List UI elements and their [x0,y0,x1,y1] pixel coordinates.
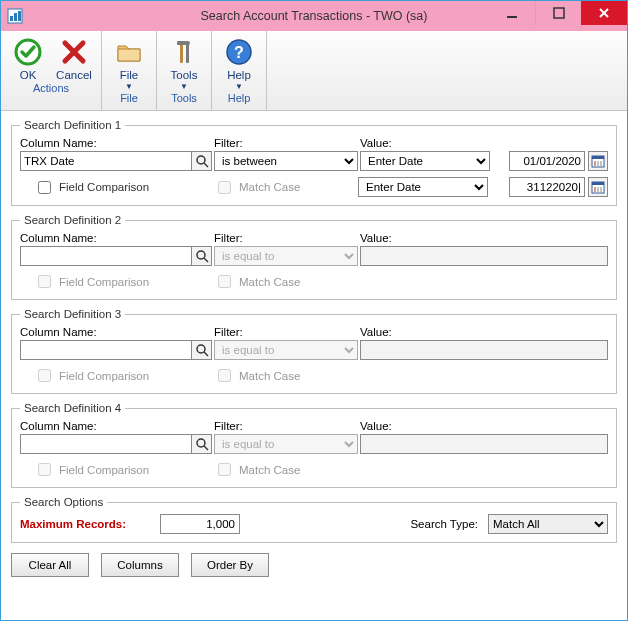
window-maximize-button[interactable] [535,1,581,25]
column-name-label: Column Name: [20,137,212,149]
window-close-button[interactable] [581,1,627,25]
match-case-checkbox: Match Case [214,272,356,291]
column-name-input[interactable] [20,151,192,171]
lookup-button[interactable] [192,151,212,171]
filter-select: is equal to [214,340,358,360]
ok-button[interactable]: OK [5,33,51,81]
column-name-label: Column Name: [20,232,212,244]
column-name-label: Column Name: [20,326,212,338]
match-case-checkbox: Match Case [214,460,356,479]
help-menu-button[interactable]: ? Help ▼ [216,33,262,91]
value-from-select[interactable]: Enter Date [360,151,490,171]
columns-button[interactable]: Columns [101,553,179,577]
client-area: Search Definition 1 Column Name: Filter:… [1,111,627,587]
match-case-checkbox: Match Case [214,178,356,197]
fieldset-legend: Search Definition 2 [20,214,125,226]
field-comparison-checkbox: Field Comparison [34,272,212,291]
titlebar: Search Account Transactions - TWO (sa) [1,1,627,31]
lookup-button[interactable] [192,246,212,266]
svg-line-33 [204,446,208,450]
column-name-label: Column Name: [20,420,212,432]
filter-select[interactable]: is between [214,151,358,171]
fieldset-legend: Search Definition 1 [20,119,125,131]
filter-label: Filter: [214,326,358,338]
ok-icon [12,36,44,68]
match-case-checkbox: Match Case [214,366,356,385]
ribbon-group-tools: Tools [171,91,197,107]
svg-rect-12 [177,41,186,45]
calendar-button[interactable] [588,151,608,171]
calendar-button[interactable] [588,177,608,197]
svg-rect-3 [18,11,21,21]
value-input [360,246,608,266]
value-input [360,340,608,360]
svg-text:?: ? [234,44,244,61]
help-icon: ? [223,36,255,68]
svg-rect-1 [10,16,13,21]
cancel-icon [58,36,90,68]
ribbon-group-help: Help [228,91,251,107]
svg-point-16 [197,156,205,164]
folder-icon [113,36,145,68]
svg-point-28 [197,251,205,259]
column-name-input[interactable] [20,434,192,454]
search-definition-4: Search Definition 4 Column Name: Filter:… [11,402,617,488]
ribbon-group-file: File [120,91,138,107]
tools-menu-button[interactable]: Tools ▼ [161,33,207,91]
svg-rect-19 [592,156,604,159]
order-by-button[interactable]: Order By [191,553,269,577]
lookup-button[interactable] [192,340,212,360]
fieldset-legend: Search Options [20,496,107,508]
file-menu-button[interactable]: File ▼ [106,33,152,91]
value-label: Value: [360,232,608,244]
chevron-down-icon: ▼ [125,82,133,91]
ribbon: OK Cancel Actions File ▼ [1,31,627,111]
value-input [360,434,608,454]
tools-icon [168,36,200,68]
fieldset-legend: Search Definition 3 [20,308,125,320]
window: Search Account Transactions - TWO (sa) O… [0,0,628,621]
app-icon [7,8,23,24]
search-type-label: Search Type: [410,518,478,530]
filter-label: Filter: [214,232,358,244]
value-label: Value: [360,420,608,432]
svg-line-29 [204,258,208,262]
search-definition-3: Search Definition 3 Column Name: Filter:… [11,308,617,394]
filter-label: Filter: [214,420,358,432]
filter-label: Filter: [214,137,358,149]
svg-point-32 [197,439,205,447]
max-records-input[interactable] [160,514,240,534]
max-records-label: Maximum Records: [20,518,160,530]
search-definition-1: Search Definition 1 Column Name: Filter:… [11,119,617,206]
column-name-input[interactable] [20,340,192,360]
svg-rect-24 [592,182,604,185]
filter-select: is equal to [214,246,358,266]
chevron-down-icon: ▼ [180,82,188,91]
svg-point-30 [197,345,205,353]
search-type-select[interactable]: Match All [488,514,608,534]
fieldset-legend: Search Definition 4 [20,402,125,414]
svg-line-17 [204,163,208,167]
clear-all-button[interactable]: Clear All [11,553,89,577]
date-to-input[interactable] [509,177,585,197]
search-options: Search Options Maximum Records: Search T… [11,496,617,543]
search-definition-2: Search Definition 2 Column Name: Filter:… [11,214,617,300]
lookup-button[interactable] [192,434,212,454]
column-name-input[interactable] [20,246,192,266]
window-minimize-button[interactable] [489,1,535,25]
svg-rect-2 [14,13,17,21]
field-comparison-checkbox: Field Comparison [34,366,212,385]
value-to-select[interactable]: Enter Date [358,177,488,197]
svg-line-31 [204,352,208,356]
svg-rect-5 [554,8,564,18]
cancel-button[interactable]: Cancel [51,33,97,81]
field-comparison-checkbox: Field Comparison [34,460,212,479]
filter-select: is equal to [214,434,358,454]
chevron-down-icon: ▼ [235,82,243,91]
value-label: Value: [360,326,608,338]
svg-rect-4 [507,16,517,18]
value-label: Value: [360,137,608,149]
date-from-input[interactable] [509,151,585,171]
ribbon-group-actions: Actions [33,81,69,97]
field-comparison-checkbox[interactable]: Field Comparison [34,178,212,197]
